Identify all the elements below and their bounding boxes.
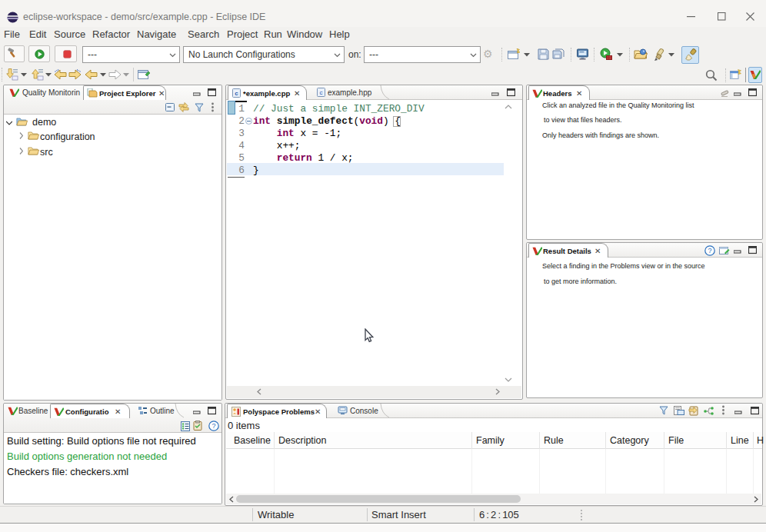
svg-text:?: ? (211, 422, 215, 430)
svg-text:c: c (320, 89, 323, 96)
svg-text:c: c (235, 90, 238, 97)
svg-text:?: ? (708, 247, 711, 254)
